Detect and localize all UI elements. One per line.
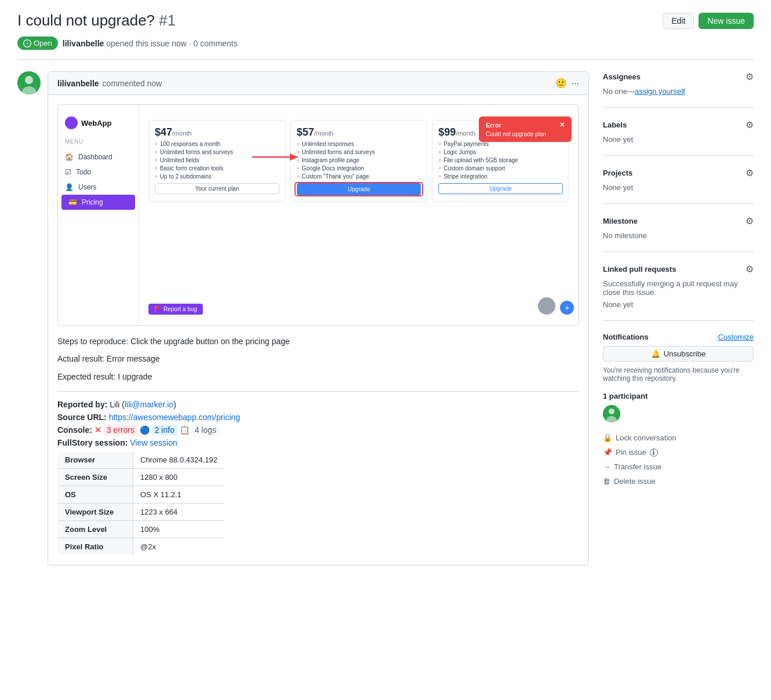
table-row: BrowserChrome 88.0.4324.192	[58, 451, 225, 469]
pin-info-icon: ℹ	[650, 449, 658, 457]
pricing-plan-2: $57/month Unlimited responses Unlimited …	[290, 120, 428, 202]
view-session-link[interactable]: View session	[130, 438, 177, 447]
linked-prs-value: None yet	[603, 300, 754, 309]
bell-icon: 🔔	[651, 349, 660, 358]
labels-header: Labels ⚙	[603, 119, 754, 130]
actual-result: Actual result: Error message	[57, 352, 579, 365]
projects-header: Projects ⚙	[603, 167, 754, 178]
labels-content: None yet	[603, 135, 754, 144]
main-column: lilivanbelle commented now 🙂 ···	[17, 71, 589, 566]
steps-to-reproduce: Steps to reproduce: Click the upgrade bu…	[57, 335, 579, 348]
svg-point-1	[25, 76, 33, 84]
milestone-title: Milestone	[603, 217, 638, 225]
lock-conversation-link[interactable]: 🔒 Lock conversation	[603, 433, 754, 442]
transfer-label: Transfer issue	[614, 462, 661, 471]
table-row: Zoom Level100%	[58, 521, 225, 538]
console-errors-badge: 3 errors	[104, 425, 137, 435]
screenshot-container: WebApp MENU 🏠 Dashboard ☑	[57, 104, 579, 326]
table-cell-value: 1223 x 664	[133, 504, 225, 521]
linked-prs-description: Successfully merging a pull request may …	[603, 279, 754, 297]
status-badge: Open	[17, 37, 58, 50]
upgrade-button-plan3[interactable]: Upgrade	[438, 183, 563, 194]
transfer-icon: →	[603, 462, 610, 471]
labels-gear-icon[interactable]: ⚙	[745, 119, 754, 130]
assign-yourself-link[interactable]: assign yourself	[635, 87, 685, 96]
plus-button[interactable]: +	[560, 301, 574, 315]
table-cell-label: Viewport Size	[58, 504, 133, 521]
report-bug-button[interactable]: 🚩 Report a bug	[148, 304, 203, 315]
issue-meta-text: lilivanbelle opened this issue now · 0 c…	[63, 39, 238, 48]
expected-result: Expected result: I upgrade	[57, 370, 579, 383]
plan1-feature5: Up to 2 subdomains	[155, 173, 279, 180]
milestone-content: No milestone	[603, 231, 754, 240]
webapp-menu-label: MENU	[58, 136, 139, 147]
comment-header: lilivanbelle commented now 🙂 ···	[48, 72, 588, 95]
issue-title: I could not upgrade?	[17, 12, 155, 29]
reported-by-row: Reported by: Lili (lili@marker.io)	[57, 400, 579, 409]
notifications-note: You're receiving notifications because y…	[603, 366, 754, 382]
customize-link[interactable]: Customize	[718, 333, 754, 341]
assignees-title: Assignees	[603, 72, 641, 81]
upgrade-btn-wrapper: Upgrade	[297, 183, 421, 195]
linked-prs-header: Linked pull requests ⚙	[603, 264, 754, 275]
milestone-gear-icon[interactable]: ⚙	[745, 216, 754, 227]
issue-author: lilivanbelle	[63, 39, 104, 48]
kebab-menu-button[interactable]: ···	[572, 78, 579, 89]
comment-header-left: lilivanbelle commented now	[57, 79, 162, 88]
webapp-menu-todo: ☑ Todo	[58, 165, 139, 180]
fullstory-label: FullStory session:	[57, 438, 128, 447]
console-info-icon: 🔵	[140, 425, 150, 435]
projects-content: None yet	[603, 183, 754, 192]
linked-prs-content: Successfully merging a pull request may …	[603, 279, 754, 309]
upgrade-button-plan2[interactable]: Upgrade	[297, 183, 421, 195]
reported-by-email[interactable]: lili@marker.io	[125, 400, 173, 409]
participants-count: 1 participant	[603, 392, 754, 400]
delete-label: Delete issue	[614, 477, 656, 486]
page-header: I could not upgrade? #1 Edit New issue	[17, 12, 754, 30]
sidebar-notifications: Notifications Customize 🔔 Unsubscribe Yo…	[603, 333, 754, 382]
projects-gear-icon[interactable]: ⚙	[745, 167, 754, 178]
reported-by-value: Lili (	[110, 400, 125, 409]
pin-issue-link[interactable]: 📌 Pin issue ℹ	[603, 448, 754, 457]
page-title: I could not upgrade? #1	[17, 12, 176, 30]
webapp-logo-text: WebApp	[81, 119, 111, 127]
emoji-button[interactable]: 🙂	[555, 78, 567, 89]
error-modal: Error ✕ Could not upgrade plan	[479, 116, 572, 142]
new-issue-button[interactable]: New issue	[699, 13, 754, 29]
issue-action: opened this issue now	[106, 39, 187, 48]
lock-label: Lock conversation	[616, 433, 677, 442]
webapp-screenshot: WebApp MENU 🏠 Dashboard ☑	[58, 105, 579, 325]
labels-title: Labels	[603, 121, 627, 129]
source-url-row: Source URL: https://awesomewebapp.com/pr…	[57, 413, 579, 422]
error-modal-header: Error ✕	[486, 121, 565, 129]
assignees-header: Assignees ⚙	[603, 71, 754, 82]
table-cell-value: 100%	[133, 521, 225, 538]
milestone-header: Milestone ⚙	[603, 216, 754, 227]
plan3-feature3: File upload with 5GB storage	[438, 157, 563, 163]
status-label: Open	[34, 39, 52, 48]
issue-meta: Open lilivanbelle opened this issue now …	[17, 37, 754, 60]
participant-avatar	[603, 405, 620, 422]
sidebar-linked-prs: Linked pull requests ⚙ Successfully merg…	[603, 264, 754, 321]
sidebar-column: Assignees ⚙ No one—assign yourself Label…	[603, 71, 754, 566]
transfer-issue-link[interactable]: → Transfer issue	[603, 462, 754, 471]
webapp-menu-dashboard: 🏠 Dashboard	[58, 150, 139, 165]
unsubscribe-button[interactable]: 🔔 Unsubscribe	[603, 346, 754, 362]
table-row: Screen Size1280 x 800	[58, 469, 225, 486]
linked-prs-gear-icon[interactable]: ⚙	[745, 264, 754, 275]
delete-issue-link[interactable]: 🗑 Delete issue	[603, 477, 754, 486]
pin-label: Pin issue	[616, 448, 646, 457]
assignees-gear-icon[interactable]: ⚙	[745, 71, 754, 82]
issue-number: #1	[159, 12, 176, 29]
lock-icon: 🔒	[603, 433, 612, 442]
report-bug-label: Report a bug	[163, 306, 197, 312]
plan1-feature1: 100 responses a month	[155, 141, 279, 147]
reported-by-label: Reported by:	[57, 400, 107, 409]
plan3-feature5: Stripe integration	[438, 173, 563, 180]
source-url-link[interactable]: https://awesomewebapp.com/pricing	[109, 413, 240, 422]
comment-body: WebApp MENU 🏠 Dashboard ☑	[48, 95, 588, 565]
header-actions: Edit New issue	[663, 13, 754, 29]
edit-button[interactable]: Edit	[663, 13, 694, 29]
current-plan-cta: Your current plan	[155, 183, 279, 194]
webapp-pricing-main: Error ✕ Could not upgrade plan	[139, 105, 579, 325]
